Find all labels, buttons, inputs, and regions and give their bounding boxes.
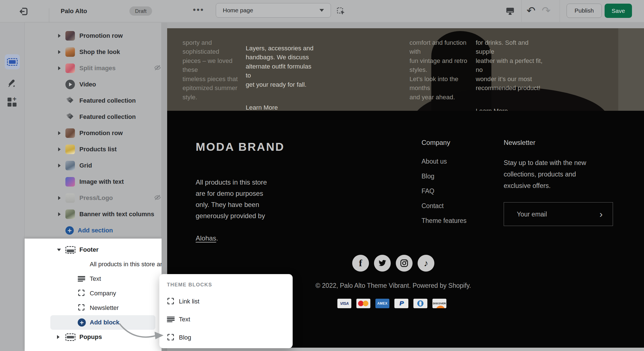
diners-club-icon [413, 299, 427, 308]
add-block-row[interactable]: + Add block [25, 315, 162, 330]
section-thumbnail [65, 63, 75, 73]
learn-more-link[interactable]: Learn More [246, 103, 278, 111]
chevron-right-icon[interactable] [58, 131, 61, 135]
store-about-text: All products in this store are for demo … [196, 166, 282, 244]
footer-block-text[interactable]: Text [25, 272, 162, 286]
preview-dimmed-strip [167, 23, 644, 28]
hidden-eye-icon[interactable] [154, 194, 161, 202]
rail-theme-settings-tab[interactable] [5, 76, 20, 91]
twitter-button[interactable] [374, 255, 391, 272]
facebook-button[interactable]: f [352, 255, 369, 272]
footer-link-blog[interactable]: Blog [422, 173, 467, 187]
sidebar-item-popups[interactable]: Popups [25, 330, 162, 344]
editor-rail: + [0, 23, 25, 351]
alohas-link[interactable]: Alohas [196, 234, 216, 242]
chevron-right-icon[interactable] [58, 50, 61, 54]
popup-item-link-list[interactable]: Link list [159, 293, 293, 310]
chevron-right-icon[interactable] [58, 212, 61, 216]
chevron-right-icon[interactable] [58, 34, 61, 38]
sidebar-item-press-logo[interactable]: Press/Logo [25, 190, 161, 206]
sidebar-item-promotion-row[interactable]: Promotion row [25, 28, 161, 44]
sidebar-item-featured-collection[interactable]: Featured collection [25, 93, 161, 109]
footer-section-icon [65, 246, 75, 254]
add-block-button[interactable]: Add block [90, 319, 119, 326]
chevron-right-icon[interactable] [58, 66, 61, 70]
chevron-right-icon[interactable] [58, 164, 61, 168]
instagram-button[interactable] [396, 255, 413, 272]
page-selector[interactable]: Home page [216, 3, 331, 18]
newsletter-heading: Newsletter [504, 139, 615, 147]
rail-app-embeds-tab[interactable]: + [5, 95, 20, 110]
paintbrush-icon [7, 78, 18, 89]
hidden-eye-icon[interactable] [154, 64, 161, 73]
chevron-down-icon [319, 9, 324, 12]
footer-link-theme-features[interactable]: Theme features [422, 217, 467, 232]
amex-icon: AMEX [375, 299, 389, 308]
block-brackets-icon [167, 333, 174, 342]
company-links: About us Blog FAQ Contact Theme features [422, 158, 467, 232]
page-selector-value: Home page [223, 7, 319, 14]
sidebar-item-grid[interactable]: Grid [25, 157, 161, 174]
device-preview-button[interactable] [505, 6, 515, 16]
submit-arrow-icon[interactable]: › [600, 208, 603, 219]
plus-circle-icon: + [78, 319, 86, 327]
chevron-right-icon[interactable] [57, 335, 60, 339]
inspect-element-button[interactable] [336, 7, 345, 16]
sidebar-item-featured-collection[interactable]: Featured collection [25, 109, 161, 125]
collection-tags-icon [65, 95, 75, 106]
theme-blocks-popup: THEME BLOCKS Link list Text Blog [159, 274, 293, 348]
store-brand: MODA BRAND [196, 140, 285, 154]
text-block-icon [167, 317, 175, 322]
section-thumbnail [65, 31, 75, 41]
facebook-icon: f [359, 258, 362, 268]
footer-link-contact[interactable]: Contact [422, 202, 467, 217]
section-thumbnail [65, 161, 75, 170]
publish-button[interactable]: Publish [567, 4, 602, 18]
banner-column-2: Layers, accessories and handbags. We dis… [246, 35, 316, 111]
chevron-right-icon[interactable] [58, 147, 61, 151]
save-button[interactable]: Save [605, 4, 632, 18]
rail-sections-tab[interactable] [5, 54, 20, 69]
footer-link-faq[interactable]: FAQ [422, 187, 467, 202]
collection-tags-icon [65, 111, 75, 123]
sidebar-item-products-list[interactable]: Products list [25, 141, 161, 157]
sidebar-item-shop-the-look[interactable]: Shop the look [25, 44, 161, 60]
sidebar-item-split-images[interactable]: Split images [25, 60, 161, 76]
plus-circle-icon: + [65, 226, 74, 235]
banner-column-3: comfort and function with fun vintage an… [409, 29, 479, 111]
block-brackets-icon [167, 297, 174, 306]
section-thumbnail [65, 209, 75, 219]
footer-block-company[interactable]: Company [25, 286, 162, 301]
theme-editor: Palo Alto Draft ••• Home page ↶ ↷ Publis… [0, 0, 644, 351]
footer-block-newsletter[interactable]: Newsletter [25, 301, 162, 315]
paypal-icon: P [394, 299, 408, 308]
undo-button[interactable]: ↶ [527, 4, 536, 17]
chevron-down-icon[interactable] [57, 249, 61, 251]
more-actions-button[interactable]: ••• [193, 5, 204, 15]
app-embeds-icon: + [8, 98, 17, 107]
sidebar-item-image-with-text[interactable]: Image with text [25, 174, 161, 190]
redo-button[interactable]: ↷ [542, 4, 551, 17]
tiktok-button[interactable]: ♪ [418, 255, 434, 272]
sidebar-item-promotion-row-2[interactable]: Promotion row [25, 125, 161, 141]
banner-right-shade [618, 28, 644, 111]
add-section-button[interactable]: + Add section [25, 222, 161, 239]
learn-more-link[interactable]: Learn More [476, 107, 508, 111]
twitter-icon [378, 259, 387, 268]
popup-item-blog[interactable]: Blog [159, 329, 293, 346]
tiktok-icon: ♪ [424, 258, 428, 268]
sidebar-item-video[interactable]: Video [25, 76, 161, 93]
section-thumbnail [65, 145, 75, 154]
section-thumbnail [65, 193, 75, 203]
section-thumbnail [65, 47, 75, 57]
sidebar-item-banner-with-text-columns[interactable]: Banner with text columns [25, 206, 161, 222]
footer-link-about-us[interactable]: About us [422, 158, 467, 173]
popup-item-text[interactable]: Text [159, 311, 293, 328]
sidebar-item-footer[interactable]: Footer [25, 242, 162, 257]
exit-editor-button[interactable] [18, 6, 29, 17]
block-brackets-icon [78, 304, 85, 312]
footer-block-text-preview[interactable]: All products in this store are ... [25, 257, 162, 272]
select-element-icon [336, 7, 345, 16]
email-input[interactable]: Your email [517, 210, 547, 218]
chevron-right-icon[interactable] [58, 196, 61, 200]
